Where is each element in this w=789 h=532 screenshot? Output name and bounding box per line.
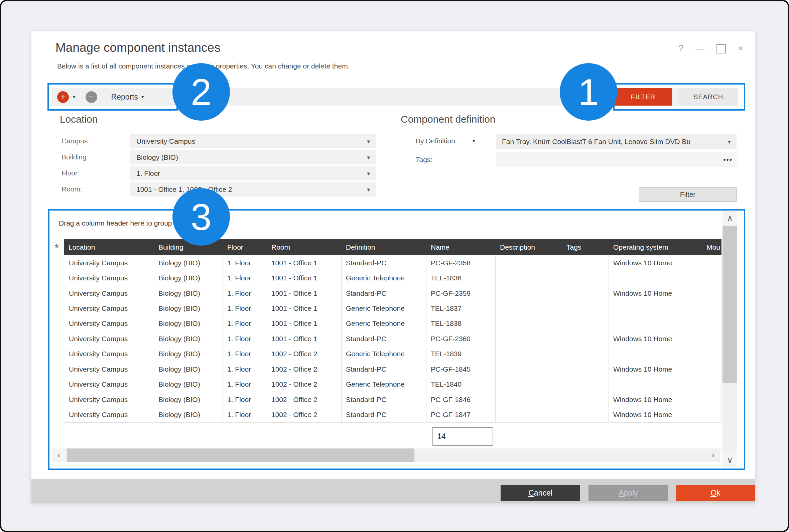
cell: TEL-1836 [426,270,496,285]
floor-value: 1. Floor [136,169,160,177]
room-dropdown[interactable]: 1001 - Office 1, 1002 - Office 2 ▼ [130,183,376,196]
column-header-definition[interactable]: Definition [342,239,426,255]
cell: 1002 - Office 2 [267,377,342,392]
cell: Generic Telephone [342,270,426,285]
cell: University Campus [64,392,154,407]
cell: 1002 - Office 2 [267,362,342,377]
column-header-room[interactable]: Room [267,239,342,255]
cell [496,270,562,285]
scroll-right-button[interactable]: › [706,449,720,462]
cell [496,377,562,392]
scroll-down-button[interactable]: ∨ [723,453,737,467]
cell: Windows 10 Home [609,286,702,301]
cell: 1002 - Office 2 [267,392,342,407]
cell [496,346,562,362]
apply-button[interactable]: Apply [589,485,668,501]
column-header-mou[interactable]: Mou [702,239,721,255]
column-header-location[interactable]: Location [64,239,154,255]
horizontal-scrollbar[interactable]: ‹ › [52,449,720,462]
cell [496,362,562,377]
table-row[interactable]: University CampusBiology (BIO)1. Floor10… [64,407,721,422]
vertical-scrollbar[interactable]: ∧ ∨ [723,211,737,467]
cancel-button[interactable]: Cancel [501,485,580,501]
chevron-down-icon: ▾ [473,138,475,144]
ellipsis-button[interactable]: ••• [723,156,733,164]
horizontal-scroll-thumb[interactable] [67,449,415,462]
cell: 1001 - Office 1 [267,255,342,270]
cell: Biology (BIO) [154,270,223,285]
cell [702,301,721,316]
cell [496,331,562,346]
chevron-down-icon: ▼ [366,139,371,144]
cell [496,316,562,331]
cell: 1. Floor [223,377,267,392]
scroll-left-button[interactable]: ‹ [52,449,66,462]
column-header-floor[interactable]: Floor [223,239,267,255]
room-value: 1001 - Office 1, 1002 - Office 2 [136,186,232,193]
table-row[interactable]: University CampusBiology (BIO)1. Floor10… [64,301,721,316]
filter-label: Filter [680,190,696,198]
cell: University Campus [64,286,154,301]
by-definition-dropdown[interactable]: By Definition ▾ [416,137,475,145]
cell [609,270,702,285]
cell: 1. Floor [223,316,267,331]
cell: University Campus [64,331,154,346]
cell: Standard-PC [342,286,426,301]
campus-dropdown[interactable]: University Campus ▼ [130,134,376,148]
table-row[interactable]: University CampusBiology (BIO)1. Floor10… [64,270,721,285]
table-row[interactable]: University CampusBiology (BIO)1. Floor10… [64,392,721,407]
window-controls: ? — × [678,43,743,54]
cell: PC-GF-1847 [426,407,496,422]
building-dropdown[interactable]: Biology (BIO) ▼ [130,150,376,165]
column-header-tags[interactable]: Tags [562,239,609,255]
component-definition-heading: Component definition [401,114,496,125]
table-row[interactable]: University CampusBiology (BIO)1. Floor10… [64,331,721,346]
floor-label: Floor: [61,169,79,177]
cell: 1002 - Office 2 [267,346,342,362]
footer-bar: Cancel Apply Ok [32,479,755,503]
help-icon[interactable]: ? [678,43,684,54]
tags-field[interactable]: ••• [496,152,736,167]
table-row[interactable]: University CampusBiology (BIO)1. Floor10… [64,377,721,392]
maximize-button[interactable] [716,44,726,54]
cell: Biology (BIO) [154,301,223,316]
table-row[interactable]: University CampusBiology (BIO)1. Floor10… [64,255,721,270]
cell: 1. Floor [223,331,267,346]
floor-dropdown[interactable]: 1. Floor ▼ [130,166,376,180]
definition-value-dropdown[interactable]: Fan Tray, Knürr CoolBlastT 6 Fan Unit, L… [496,134,736,149]
cell [702,362,721,377]
edit-cell-input[interactable] [432,427,493,446]
cell: TEL-1837 [426,301,496,316]
ok-button[interactable]: Ok [676,485,755,501]
scroll-up-button[interactable]: ∧ [723,211,737,225]
cell: University Campus [64,301,154,316]
cell: Windows 10 Home [609,331,702,346]
table-row[interactable]: University CampusBiology (BIO)1. Floor10… [64,346,721,362]
cell: TEL-1840 [426,377,496,392]
column-header-operating-system[interactable]: Operating system [609,239,702,255]
definition-filter-button[interactable]: Filter [639,187,736,202]
cell: 1001 - Office 1 [267,316,342,331]
vertical-scroll-thumb[interactable] [723,226,737,383]
cell [496,301,562,316]
cell: University Campus [64,377,154,392]
table-row[interactable]: University CampusBiology (BIO)1. Floor10… [64,362,721,377]
cell [702,286,721,301]
column-header-name[interactable]: Name [426,239,496,255]
cell [609,346,702,362]
cell [702,407,721,422]
table-row[interactable]: University CampusBiology (BIO)1. Floor10… [64,316,721,331]
minimize-button[interactable]: — [695,43,705,54]
close-button[interactable]: × [738,43,743,54]
cell: Biology (BIO) [154,286,223,301]
cell: Windows 10 Home [609,255,702,270]
manage-component-instances-dialog: Manage component instances Below is a li… [32,32,755,503]
cell [496,407,562,422]
cell: Biology (BIO) [154,346,223,362]
grid-rows: University CampusBiology (BIO)1. Floor10… [64,255,721,423]
column-header-description[interactable]: Description [496,239,562,255]
cell: Biology (BIO) [154,392,223,407]
cell: University Campus [64,362,154,377]
table-row[interactable]: University CampusBiology (BIO)1. Floor10… [64,286,721,301]
annotation-badge-3: 3 [172,188,230,246]
